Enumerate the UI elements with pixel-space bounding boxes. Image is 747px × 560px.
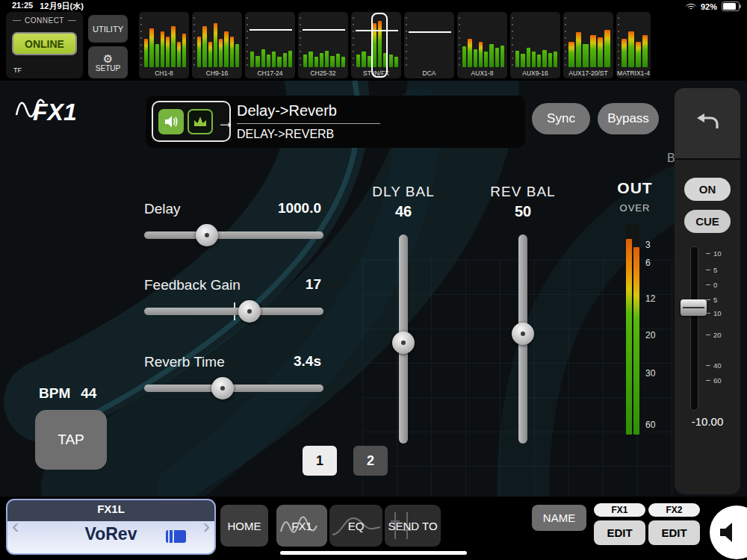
meter-strip-matrix1-4[interactable]: MATRIX1-4 — [616, 12, 651, 78]
dly-bal-value: 46 — [362, 203, 444, 220]
meter-bar — [219, 39, 223, 67]
meter-bar — [628, 31, 633, 67]
channel-strip-panel: ON CUE 1050510204060 -10.00 — [675, 88, 740, 494]
rev-bal-label: REV BAL — [482, 184, 564, 200]
feedback-gain-slider-knob[interactable] — [238, 300, 261, 323]
setup-button[interactable]: ⚙ SETUP — [88, 46, 128, 78]
edit-button-fx2[interactable]: EDIT — [648, 520, 700, 545]
meter-bars — [250, 16, 292, 67]
meter-bar — [542, 50, 546, 67]
fader-position-line — [303, 29, 345, 31]
dly-bal-slider[interactable] — [392, 234, 415, 444]
meter-bar — [604, 30, 610, 67]
meter-strip-ch17-24[interactable]: CH17-24 — [245, 12, 295, 78]
delay-slider[interactable] — [144, 224, 323, 246]
meter-strip-label: AUX1-8 — [457, 69, 507, 77]
meter-bar — [155, 44, 159, 67]
meter-bar — [554, 52, 557, 67]
tab-eq[interactable]: EQ — [329, 505, 382, 547]
feedback-gain-slider[interactable] — [144, 300, 323, 323]
meter-bar — [484, 52, 488, 67]
meter-bar — [590, 35, 596, 67]
meter-strip-aux1-8[interactable]: AUX1-8 — [457, 12, 507, 78]
meter-bar — [171, 26, 175, 67]
meter-bars — [197, 16, 239, 67]
meter-bar — [474, 49, 477, 67]
meter-bars — [144, 16, 186, 67]
speaker-mute-button[interactable] — [710, 505, 747, 559]
fader-cap[interactable] — [681, 299, 707, 316]
meter-bar — [341, 57, 345, 67]
fader-scale-mark: 40 — [706, 361, 722, 370]
meter-bar — [197, 37, 201, 67]
on-button[interactable]: ON — [684, 178, 731, 201]
page-button-2[interactable]: 2 — [353, 446, 388, 476]
meter-bar — [500, 46, 504, 67]
effect-subtitle: DELAY->REVERB — [237, 128, 334, 141]
meter-bar — [336, 54, 340, 67]
utility-button[interactable]: UTILITY — [88, 15, 128, 43]
out-scale-mark: 30 — [645, 368, 655, 379]
meter-strip-label: CH25-32 — [298, 69, 348, 77]
fader-scale-mark: 0 — [706, 281, 717, 289]
reverb-time-slider-knob[interactable] — [211, 377, 234, 399]
meter-strip-ch9-16[interactable]: CH9-16 — [192, 12, 242, 78]
reverb-time-slider[interactable] — [144, 377, 323, 399]
dly-bal-slider-knob[interactable] — [392, 332, 415, 354]
device-label: TF — [13, 66, 22, 74]
fader-track[interactable] — [690, 246, 698, 411]
meter-bar — [479, 42, 483, 68]
meter-bar — [527, 48, 530, 67]
page-button-1[interactable]: 1 — [303, 446, 337, 476]
meter-bar — [177, 42, 181, 68]
online-button[interactable]: ONLINE — [12, 32, 77, 55]
meter-strip-label: MATRIX1-4 — [616, 69, 651, 77]
back-button[interactable] — [675, 88, 740, 160]
rev-bal-slider-knob[interactable] — [512, 323, 534, 345]
meter-strip-ch1-8[interactable]: CH1-8 — [139, 12, 189, 78]
out-meter-bar-right — [633, 224, 639, 435]
tab-send-to[interactable]: SEND TO — [385, 505, 441, 547]
bypass-button[interactable]: Bypass — [598, 103, 659, 134]
meter-bar — [303, 55, 307, 67]
rev-bal-slider[interactable] — [512, 234, 534, 444]
meter-bar — [149, 28, 153, 67]
meter-bar — [166, 37, 170, 67]
meter-bridge: CH1-8CH9-16CH17-24CH25-32ST IN/FXDCAAUX1… — [139, 12, 651, 78]
tab-fx1[interactable]: FX1 — [276, 505, 327, 547]
home-button[interactable]: HOME — [220, 505, 268, 547]
fx1-logo: FX1 — [12, 88, 102, 130]
meter-bar — [283, 53, 287, 67]
name-button[interactable]: NAME — [532, 505, 586, 531]
meter-strip-aux17-20-st[interactable]: AUX17-20/ST — [563, 12, 613, 78]
meter-strip-st-in-fx[interactable]: ST IN/FX — [351, 12, 401, 78]
meter-strip-aux9-16[interactable]: AUX9-16 — [510, 12, 560, 78]
meter-strip-ch25-32[interactable]: CH25-32 — [298, 12, 348, 78]
meter-strip-dca[interactable]: DCA — [404, 12, 454, 78]
cue-button[interactable]: CUE — [684, 210, 731, 233]
delay-slider-knob[interactable] — [196, 224, 218, 246]
meter-strip-label: ST IN/FX — [351, 69, 401, 77]
rev-bal-value: 50 — [482, 203, 564, 220]
bottom-bar: ‹ › FX1L VoRev HOME FX1EQSEND TO NAME FX… — [0, 497, 747, 560]
meter-strip-label: AUX17-20/ST — [563, 69, 613, 77]
meter-bar — [521, 54, 524, 67]
meter-bar — [489, 44, 493, 67]
meter-strip-label: CH17-24 — [245, 69, 295, 77]
feedback-gain-slider-track[interactable] — [144, 308, 323, 315]
effect-type-button[interactable]: → — [152, 101, 231, 142]
home-indicator[interactable] — [280, 551, 467, 555]
fader-position-line — [249, 29, 292, 31]
meter-bars — [409, 16, 451, 67]
tab-label: SEND TO — [388, 520, 437, 532]
meter-bar — [161, 31, 164, 67]
channel-select-box[interactable]: ‹ › FX1L VoRev — [6, 499, 216, 555]
edit-button-fx1[interactable]: EDIT — [594, 520, 645, 545]
meter-bar — [182, 34, 186, 67]
fader-position-line — [409, 31, 451, 33]
tap-button[interactable]: TAP — [35, 410, 107, 470]
delay-slider-track[interactable] — [144, 231, 323, 239]
meter-bars — [515, 16, 557, 67]
meter-bar — [230, 37, 234, 67]
sync-button[interactable]: Sync — [532, 103, 590, 134]
